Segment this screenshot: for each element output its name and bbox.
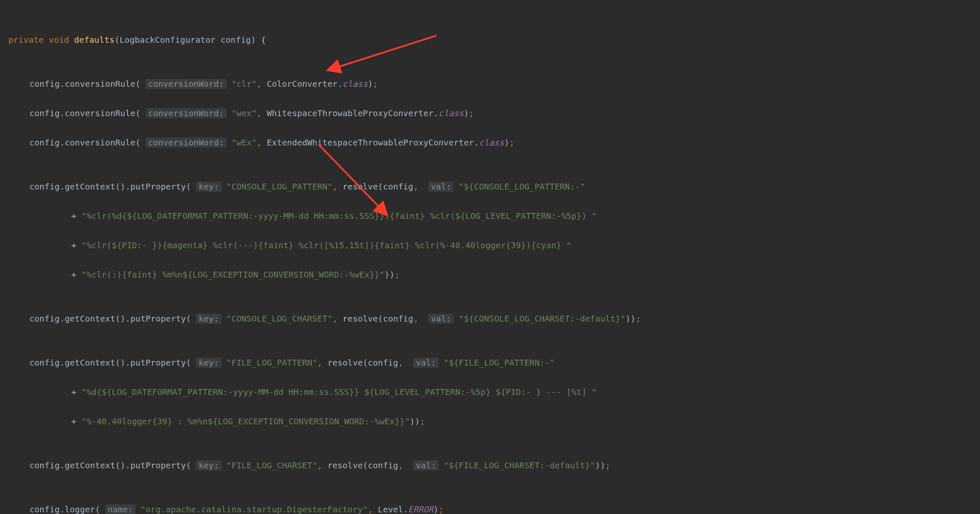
statement-putproperty-4: config.getContext().putProperty( key: "F… <box>8 458 980 473</box>
param-hint: val: <box>413 460 438 470</box>
param-hint: conversionWord: <box>146 108 227 118</box>
param-hint: name: <box>105 504 136 514</box>
statement-conversion-rule-2: config.conversionRule( conversionWord: "… <box>8 106 980 121</box>
statement-logger: config.logger( name: "org.apache.catalin… <box>8 502 980 514</box>
param-hint: conversionWord: <box>146 138 227 148</box>
statement-conversion-rule-3: config.conversionRule( conversionWord: "… <box>8 135 980 150</box>
param-name: config <box>221 35 251 45</box>
keyword-void: void <box>49 35 69 45</box>
code-editor[interactable]: private void defaults(LogbackConfigurato… <box>0 0 980 514</box>
param-hint: key: <box>196 314 221 324</box>
method-signature: private void defaults(LogbackConfigurato… <box>8 33 980 47</box>
statement-putproperty-2: config.getContext().putProperty( key: "C… <box>8 312 980 326</box>
continuation: + "%-40.40logger{39} : %m%n${LOG_EXCEPTI… <box>8 414 980 429</box>
param-hint: val: <box>413 358 438 368</box>
param-type: LogbackConfigurator <box>120 35 216 45</box>
continuation: + "%clr(:){faint} %m%n${LOG_EXCEPTION_CO… <box>8 267 980 282</box>
continuation: + "%clr(${PID:- }){magenta} %clr(---){fa… <box>8 238 980 253</box>
continuation: + "%d{${LOG_DATEFORMAT_PATTERN:-yyyy-MM-… <box>8 385 980 400</box>
param-hint: val: <box>428 314 454 324</box>
keyword-private: private <box>8 35 44 45</box>
continuation: + "%clr(%d{${LOG_DATEFORMAT_PATTERN:-yyy… <box>8 209 980 223</box>
param-hint: key: <box>196 460 221 470</box>
param-hint: val: <box>428 182 454 192</box>
method-name: defaults <box>74 35 115 45</box>
statement-conversion-rule-1: config.conversionRule( conversionWord: "… <box>8 77 980 91</box>
arrow-icon <box>319 145 380 208</box>
param-hint: conversionWord: <box>146 79 227 89</box>
param-hint: key: <box>196 182 221 192</box>
param-hint: key: <box>196 358 221 368</box>
statement-putproperty-3: config.getContext().putProperty( key: "F… <box>8 356 980 370</box>
statement-putproperty-1: config.getContext().putProperty( key: "C… <box>8 179 980 194</box>
